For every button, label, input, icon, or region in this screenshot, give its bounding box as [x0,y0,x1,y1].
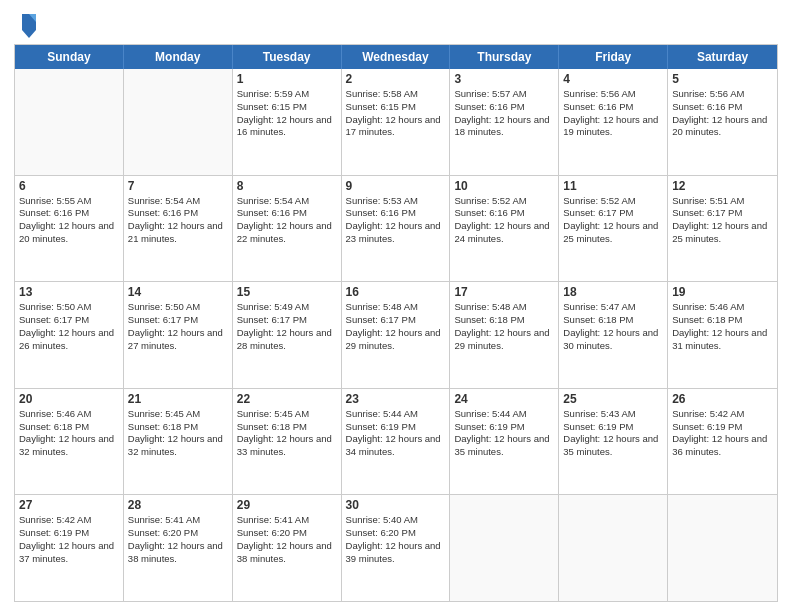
day-cell-1: 1Sunrise: 5:59 AM Sunset: 6:15 PM Daylig… [233,69,342,175]
day-cell-15: 15Sunrise: 5:49 AM Sunset: 6:17 PM Dayli… [233,282,342,388]
day-cell-9: 9Sunrise: 5:53 AM Sunset: 6:16 PM Daylig… [342,176,451,282]
day-info: Sunrise: 5:58 AM Sunset: 6:15 PM Dayligh… [346,88,446,139]
day-cell-6: 6Sunrise: 5:55 AM Sunset: 6:16 PM Daylig… [15,176,124,282]
day-number: 16 [346,285,446,299]
day-info: Sunrise: 5:44 AM Sunset: 6:19 PM Dayligh… [346,408,446,459]
day-info: Sunrise: 5:48 AM Sunset: 6:17 PM Dayligh… [346,301,446,352]
day-cell-3: 3Sunrise: 5:57 AM Sunset: 6:16 PM Daylig… [450,69,559,175]
logo [14,10,40,38]
day-header-friday: Friday [559,45,668,69]
day-number: 15 [237,285,337,299]
day-info: Sunrise: 5:46 AM Sunset: 6:18 PM Dayligh… [672,301,773,352]
day-cell-29: 29Sunrise: 5:41 AM Sunset: 6:20 PM Dayli… [233,495,342,601]
calendar-row-1: 1Sunrise: 5:59 AM Sunset: 6:15 PM Daylig… [15,69,777,175]
day-number: 5 [672,72,773,86]
day-info: Sunrise: 5:40 AM Sunset: 6:20 PM Dayligh… [346,514,446,565]
day-info: Sunrise: 5:48 AM Sunset: 6:18 PM Dayligh… [454,301,554,352]
day-info: Sunrise: 5:45 AM Sunset: 6:18 PM Dayligh… [128,408,228,459]
day-cell-23: 23Sunrise: 5:44 AM Sunset: 6:19 PM Dayli… [342,389,451,495]
day-header-wednesday: Wednesday [342,45,451,69]
day-cell-28: 28Sunrise: 5:41 AM Sunset: 6:20 PM Dayli… [124,495,233,601]
day-cell-30: 30Sunrise: 5:40 AM Sunset: 6:20 PM Dayli… [342,495,451,601]
day-cell-16: 16Sunrise: 5:48 AM Sunset: 6:17 PM Dayli… [342,282,451,388]
day-number: 14 [128,285,228,299]
day-number: 30 [346,498,446,512]
day-number: 18 [563,285,663,299]
day-cell-2: 2Sunrise: 5:58 AM Sunset: 6:15 PM Daylig… [342,69,451,175]
day-cell-11: 11Sunrise: 5:52 AM Sunset: 6:17 PM Dayli… [559,176,668,282]
day-number: 21 [128,392,228,406]
day-number: 7 [128,179,228,193]
page-header [14,10,778,38]
day-info: Sunrise: 5:52 AM Sunset: 6:17 PM Dayligh… [563,195,663,246]
day-number: 11 [563,179,663,193]
day-info: Sunrise: 5:46 AM Sunset: 6:18 PM Dayligh… [19,408,119,459]
day-cell-26: 26Sunrise: 5:42 AM Sunset: 6:19 PM Dayli… [668,389,777,495]
calendar-row-2: 6Sunrise: 5:55 AM Sunset: 6:16 PM Daylig… [15,175,777,282]
day-number: 24 [454,392,554,406]
day-number: 3 [454,72,554,86]
day-cell-empty-4-5 [559,495,668,601]
day-number: 25 [563,392,663,406]
day-number: 6 [19,179,119,193]
day-info: Sunrise: 5:52 AM Sunset: 6:16 PM Dayligh… [454,195,554,246]
day-header-tuesday: Tuesday [233,45,342,69]
day-number: 1 [237,72,337,86]
calendar-header: SundayMondayTuesdayWednesdayThursdayFrid… [15,45,777,69]
calendar-body: 1Sunrise: 5:59 AM Sunset: 6:15 PM Daylig… [15,69,777,601]
day-number: 29 [237,498,337,512]
day-number: 26 [672,392,773,406]
calendar-row-4: 20Sunrise: 5:46 AM Sunset: 6:18 PM Dayli… [15,388,777,495]
day-cell-5: 5Sunrise: 5:56 AM Sunset: 6:16 PM Daylig… [668,69,777,175]
day-header-monday: Monday [124,45,233,69]
day-number: 28 [128,498,228,512]
day-cell-empty-0-1 [124,69,233,175]
day-info: Sunrise: 5:41 AM Sunset: 6:20 PM Dayligh… [128,514,228,565]
day-cell-19: 19Sunrise: 5:46 AM Sunset: 6:18 PM Dayli… [668,282,777,388]
day-info: Sunrise: 5:47 AM Sunset: 6:18 PM Dayligh… [563,301,663,352]
day-cell-25: 25Sunrise: 5:43 AM Sunset: 6:19 PM Dayli… [559,389,668,495]
day-info: Sunrise: 5:43 AM Sunset: 6:19 PM Dayligh… [563,408,663,459]
day-number: 10 [454,179,554,193]
day-number: 22 [237,392,337,406]
day-cell-13: 13Sunrise: 5:50 AM Sunset: 6:17 PM Dayli… [15,282,124,388]
day-number: 2 [346,72,446,86]
day-number: 9 [346,179,446,193]
day-info: Sunrise: 5:45 AM Sunset: 6:18 PM Dayligh… [237,408,337,459]
day-info: Sunrise: 5:49 AM Sunset: 6:17 PM Dayligh… [237,301,337,352]
day-info: Sunrise: 5:56 AM Sunset: 6:16 PM Dayligh… [563,88,663,139]
day-cell-24: 24Sunrise: 5:44 AM Sunset: 6:19 PM Dayli… [450,389,559,495]
day-number: 8 [237,179,337,193]
day-info: Sunrise: 5:54 AM Sunset: 6:16 PM Dayligh… [128,195,228,246]
day-cell-22: 22Sunrise: 5:45 AM Sunset: 6:18 PM Dayli… [233,389,342,495]
day-info: Sunrise: 5:44 AM Sunset: 6:19 PM Dayligh… [454,408,554,459]
day-number: 23 [346,392,446,406]
day-number: 13 [19,285,119,299]
day-cell-27: 27Sunrise: 5:42 AM Sunset: 6:19 PM Dayli… [15,495,124,601]
day-info: Sunrise: 5:50 AM Sunset: 6:17 PM Dayligh… [19,301,119,352]
calendar: SundayMondayTuesdayWednesdayThursdayFrid… [14,44,778,602]
day-info: Sunrise: 5:42 AM Sunset: 6:19 PM Dayligh… [672,408,773,459]
day-cell-12: 12Sunrise: 5:51 AM Sunset: 6:17 PM Dayli… [668,176,777,282]
day-header-sunday: Sunday [15,45,124,69]
day-cell-empty-4-6 [668,495,777,601]
day-info: Sunrise: 5:41 AM Sunset: 6:20 PM Dayligh… [237,514,337,565]
day-number: 17 [454,285,554,299]
day-cell-empty-4-4 [450,495,559,601]
day-cell-empty-0-0 [15,69,124,175]
day-cell-18: 18Sunrise: 5:47 AM Sunset: 6:18 PM Dayli… [559,282,668,388]
day-cell-21: 21Sunrise: 5:45 AM Sunset: 6:18 PM Dayli… [124,389,233,495]
day-number: 12 [672,179,773,193]
day-info: Sunrise: 5:55 AM Sunset: 6:16 PM Dayligh… [19,195,119,246]
day-info: Sunrise: 5:57 AM Sunset: 6:16 PM Dayligh… [454,88,554,139]
day-cell-14: 14Sunrise: 5:50 AM Sunset: 6:17 PM Dayli… [124,282,233,388]
day-number: 27 [19,498,119,512]
day-header-thursday: Thursday [450,45,559,69]
calendar-row-3: 13Sunrise: 5:50 AM Sunset: 6:17 PM Dayli… [15,281,777,388]
logo-icon [18,10,40,38]
day-number: 20 [19,392,119,406]
day-cell-10: 10Sunrise: 5:52 AM Sunset: 6:16 PM Dayli… [450,176,559,282]
day-cell-17: 17Sunrise: 5:48 AM Sunset: 6:18 PM Dayli… [450,282,559,388]
day-info: Sunrise: 5:59 AM Sunset: 6:15 PM Dayligh… [237,88,337,139]
day-number: 19 [672,285,773,299]
